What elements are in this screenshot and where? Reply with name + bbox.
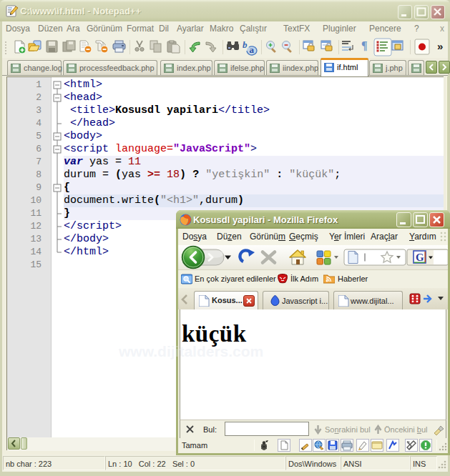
- svg-text:»: »: [437, 40, 443, 52]
- svg-text:b: b: [243, 39, 248, 50]
- svg-text:¶: ¶: [361, 39, 368, 51]
- svg-text:G: G: [416, 252, 424, 263]
